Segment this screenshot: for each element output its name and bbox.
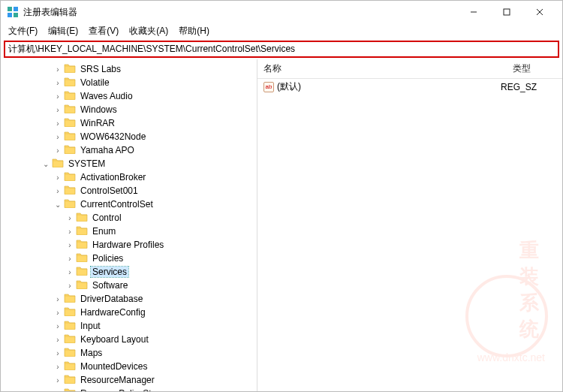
folder-icon <box>62 63 79 75</box>
tree-item[interactable]: ›Volatile <box>1 76 257 89</box>
tree-item-label: Input <box>79 321 102 331</box>
expand-toggle-icon[interactable]: › <box>53 119 62 128</box>
expand-toggle-icon[interactable]: › <box>65 228 74 236</box>
expand-toggle-icon[interactable]: › <box>53 336 62 344</box>
expand-toggle-icon[interactable]: › <box>65 214 74 222</box>
values-pane[interactable]: 名称 类型 ab(默认)REG_SZ <box>257 59 562 392</box>
tree-item[interactable]: ⌄CurrentControlSet <box>1 198 257 211</box>
tree-item-label: WinRAR <box>79 118 116 128</box>
tree-item[interactable]: ›Keyboard Layout <box>1 333 257 346</box>
expand-toggle-icon[interactable]: › <box>53 295 62 303</box>
expand-toggle-icon[interactable]: › <box>65 241 74 249</box>
expand-toggle-icon[interactable]: › <box>53 349 62 357</box>
folder-icon <box>62 90 79 102</box>
tree-item-label: Software <box>91 280 129 291</box>
tree-item[interactable]: ›MountedDevices <box>1 360 257 373</box>
tree-item[interactable]: ›Maps <box>1 346 257 360</box>
tree-item-label: CurrentControlSet <box>79 199 155 210</box>
tree-item[interactable]: ›Hardware Profiles <box>1 238 257 252</box>
tree-item-label: Yamaha APO <box>79 145 136 155</box>
menu-bar: 文件(F) 编辑(E) 查看(V) 收藏夹(A) 帮助(H) <box>1 23 562 41</box>
folder-icon <box>74 239 91 251</box>
expand-toggle-icon[interactable]: ⌄ <box>53 201 62 209</box>
tree-item[interactable]: ›Input <box>1 319 257 333</box>
tree-item-label: SYSTEM <box>67 158 107 169</box>
tree-item[interactable]: ›WinRAR <box>1 116 257 130</box>
tree-item-label: DriverDatabase <box>79 294 144 304</box>
menu-file[interactable]: 文件(F) <box>8 25 38 38</box>
expand-toggle-icon[interactable]: › <box>65 268 74 276</box>
tree-item[interactable]: ›Services <box>1 265 257 279</box>
expand-toggle-icon[interactable]: › <box>53 322 62 330</box>
tree-item[interactable]: ›SRS Labs <box>1 62 257 76</box>
tree-item[interactable]: ›Software <box>1 279 257 292</box>
expand-toggle-icon[interactable]: › <box>53 187 62 195</box>
expand-toggle-icon[interactable]: › <box>65 255 74 263</box>
tree-item[interactable]: ›WOW6432Node <box>1 130 257 143</box>
folder-icon <box>74 252 91 264</box>
folder-icon <box>74 212 91 224</box>
expand-toggle-icon[interactable]: › <box>53 363 62 371</box>
folder-icon <box>62 198 79 210</box>
tree-item-label: WOW6432Node <box>79 131 147 142</box>
expand-toggle-icon[interactable]: › <box>53 309 62 317</box>
tree-item[interactable]: ›Enum <box>1 225 257 238</box>
expand-toggle-icon[interactable]: › <box>53 65 62 74</box>
tree-item-label: Waves Audio <box>79 91 134 101</box>
tree-item[interactable]: ›Control <box>1 211 257 225</box>
col-name[interactable]: 名称 <box>257 59 507 78</box>
folder-icon <box>62 144 79 156</box>
tree-item-label: ActivationBroker <box>79 172 147 182</box>
menu-favorites[interactable]: 收藏夹(A) <box>129 25 168 38</box>
menu-view[interactable]: 查看(V) <box>89 25 119 38</box>
expand-toggle-icon[interactable]: › <box>53 146 62 155</box>
tree-item[interactable]: ›DriverDatabase <box>1 292 257 306</box>
tree-item-label: Maps <box>79 348 104 358</box>
value-row[interactable]: ab(默认)REG_SZ <box>257 79 562 95</box>
folder-icon <box>62 293 79 305</box>
expand-toggle-icon[interactable]: › <box>53 79 62 87</box>
tree-item[interactable]: ›ActivationBroker <box>1 170 257 184</box>
menu-edit[interactable]: 编辑(E) <box>48 25 78 38</box>
expand-toggle-icon[interactable]: › <box>53 376 62 384</box>
maximize-button[interactable] <box>490 2 523 23</box>
tree-item[interactable]: ›ResourcePolicyStore <box>1 387 257 392</box>
tree-item[interactable]: ›Yamaha APO <box>1 143 257 157</box>
expand-toggle-icon[interactable]: ⌄ <box>41 160 50 168</box>
expand-toggle-icon[interactable]: › <box>53 92 62 101</box>
folder-icon <box>62 117 79 129</box>
tree-item-label: SRS Labs <box>79 64 122 74</box>
expand-toggle-icon[interactable]: › <box>53 390 62 393</box>
col-type[interactable]: 类型 <box>507 59 562 78</box>
expand-toggle-icon[interactable]: › <box>65 282 74 290</box>
tree-pane[interactable]: ›SRS Labs›Volatile›Waves Audio›Windows›W… <box>1 59 257 392</box>
close-button[interactable] <box>523 2 556 23</box>
tree-item-label: Policies <box>91 253 125 264</box>
value-type: REG_SZ <box>501 82 556 92</box>
folder-icon <box>62 387 79 392</box>
expand-toggle-icon[interactable]: › <box>53 173 62 182</box>
folder-icon <box>62 185 79 197</box>
tree-item-label: Control <box>91 213 123 223</box>
tree-item-label: ResourcePolicyStore <box>79 388 166 392</box>
values-header: 名称 类型 <box>257 59 562 79</box>
tree-item[interactable]: ›Policies <box>1 252 257 265</box>
expand-toggle-icon[interactable]: › <box>53 106 62 114</box>
expand-toggle-icon[interactable]: › <box>53 133 62 141</box>
tree-item[interactable]: ›ResourceManager <box>1 373 257 387</box>
svg-rect-0 <box>8 7 12 11</box>
menu-help[interactable]: 帮助(H) <box>179 25 209 38</box>
tree-item[interactable]: ›HardwareConfig <box>1 306 257 319</box>
address-bar[interactable]: 计算机\HKEY_LOCAL_MACHINE\SYSTEM\CurrentCon… <box>4 41 559 58</box>
folder-icon <box>62 77 79 89</box>
minimize-button[interactable] <box>457 2 490 23</box>
tree-item-label: Enum <box>91 226 117 237</box>
svg-rect-1 <box>14 7 18 11</box>
tree-item[interactable]: ›ControlSet001 <box>1 184 257 198</box>
tree-item[interactable]: ›Waves Audio <box>1 89 257 103</box>
svg-rect-3 <box>14 13 18 17</box>
tree-item[interactable]: ⌄SYSTEM <box>1 157 257 170</box>
tree-item[interactable]: ›Windows <box>1 103 257 116</box>
title-bar: 注册表编辑器 <box>1 1 562 23</box>
tree-item-label: Volatile <box>79 77 111 88</box>
